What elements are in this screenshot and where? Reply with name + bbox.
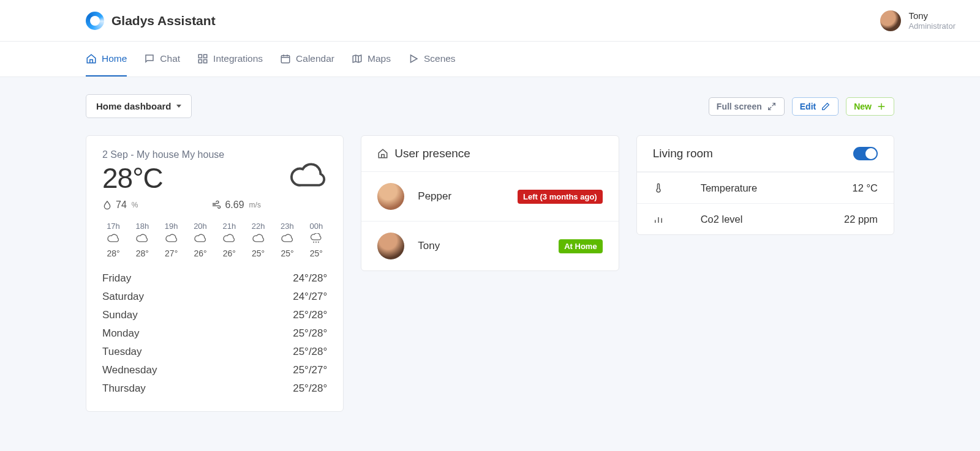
nav-calendar[interactable]: Calendar [280,42,334,76]
nav-maps-label: Maps [368,53,391,64]
nav-maps[interactable]: Maps [352,42,391,76]
svg-rect-4 [281,55,290,62]
presence-row: Tony At Home [361,222,618,270]
presence-name: Pepper [418,190,504,203]
hourly-cell: 23h25° [276,222,298,258]
weather-date: 2 Sep - My house My house [102,149,327,160]
nav-chat-label: Chat [160,53,180,64]
user-role: Administrator [908,21,956,31]
room-card: Living room Temperature 12 °C Co2 level … [636,135,894,235]
new-label: New [854,102,872,111]
weather-temperature: 28°C [102,162,163,195]
status-badge: At Home [559,239,602,253]
thermo-icon [653,181,690,195]
weather-daily: Friday24°/28°Saturday24°/27°Sunday25°/28… [102,269,327,398]
user-name: Tony [908,10,956,21]
edit-label: Edit [800,102,816,111]
cloud-icon [289,162,327,192]
room-title: Living room [653,147,713,160]
svg-rect-0 [198,54,202,58]
expand-icon [767,102,777,111]
room-metric-value: 12 °C [853,182,878,194]
new-button[interactable]: New [846,97,894,116]
nav-chat[interactable]: Chat [144,42,180,76]
map-icon [352,53,363,64]
brand-logo-icon [86,12,104,30]
room-metric-value: 22 ppm [844,214,878,225]
chat-icon [144,53,155,64]
hourly-cell: 19h27° [160,222,183,258]
dashboard-selector[interactable]: Home dashboard [86,94,192,118]
cloud-icon [218,233,240,246]
brand-name: Gladys Assistant [111,13,216,28]
avatar [377,183,404,210]
home-icon [86,53,97,64]
svg-rect-3 [204,59,207,62]
daily-row: Thursday25°/28° [102,379,327,398]
avatar [880,10,901,31]
weather-card: 2 Sep - My house My house 28°C 74% 6.69m… [86,135,344,412]
room-row: Co2 level 22 ppm [637,203,894,234]
bars-icon [653,212,690,226]
cloud-icon [160,233,183,246]
room-toggle[interactable] [853,147,878,160]
weather-wind: 6.69m/s [211,199,260,211]
room-row: Temperature 12 °C [637,172,894,203]
weather-hourly: 17h28°18h28°19h27°20h26°21h26°22h25°23h2… [102,222,327,258]
edit-icon [821,102,831,111]
daily-row: Sunday25°/28° [102,306,327,324]
user-menu[interactable]: Tony Administrator [880,10,956,31]
nav-scenes-label: Scenes [424,53,456,64]
room-metric-label: Co2 level [701,214,833,225]
nav-scenes[interactable]: Scenes [408,42,456,76]
home-icon [377,148,388,159]
nav-calendar-label: Calendar [296,53,334,64]
hourly-cell: 22h25° [247,222,270,258]
svg-rect-1 [204,54,207,58]
brand[interactable]: Gladys Assistant [86,12,216,30]
hourly-cell: 18h28° [131,222,153,258]
weather-humidity: 74% [102,199,138,211]
fullscreen-button[interactable]: Full screen [709,97,785,116]
nav-home[interactable]: Home [86,42,127,76]
nav-home-label: Home [102,53,127,64]
cloud-icon [276,233,298,246]
fullscreen-label: Full screen [717,102,762,111]
nav-integrations[interactable]: Integrations [197,42,263,76]
plus-icon [876,102,886,111]
cloud-icon [102,233,124,246]
hourly-cell: 20h26° [189,222,211,258]
wind-icon [211,200,221,210]
hourly-cell: 21h26° [218,222,240,258]
edit-button[interactable]: Edit [792,97,839,116]
play-icon [408,53,419,64]
daily-row: Monday25°/28° [102,324,327,343]
room-metric-label: Temperature [701,182,842,194]
daily-row: Wednesday25°/27° [102,361,327,379]
top-bar: Gladys Assistant Tony Administrator [0,0,980,42]
cloud-icon [247,233,270,246]
svg-rect-2 [198,59,202,62]
status-badge: Left (3 months ago) [518,190,603,204]
rain-icon [305,233,327,246]
calendar-icon [280,53,291,64]
cloud-icon [131,233,153,246]
presence-title: User presence [394,147,470,160]
hourly-cell: 17h28° [102,222,124,258]
cloud-icon [189,233,211,246]
presence-name: Tony [418,240,545,252]
nav-integrations-label: Integrations [213,53,263,64]
main-nav: Home Chat Integrations Calendar Maps Sce… [0,42,980,77]
dashboard-selector-label: Home dashboard [96,101,172,111]
chevron-down-icon [176,105,181,108]
grid-icon [197,53,208,64]
daily-row: Saturday24°/27° [102,288,327,306]
hourly-cell: 00h25° [305,222,327,258]
avatar [377,233,404,259]
daily-row: Friday24°/28° [102,269,327,288]
daily-row: Tuesday25°/28° [102,343,327,361]
droplet-icon [102,200,112,210]
presence-card: User presence Pepper Left (3 months ago)… [361,135,619,271]
presence-row: Pepper Left (3 months ago) [361,172,618,222]
